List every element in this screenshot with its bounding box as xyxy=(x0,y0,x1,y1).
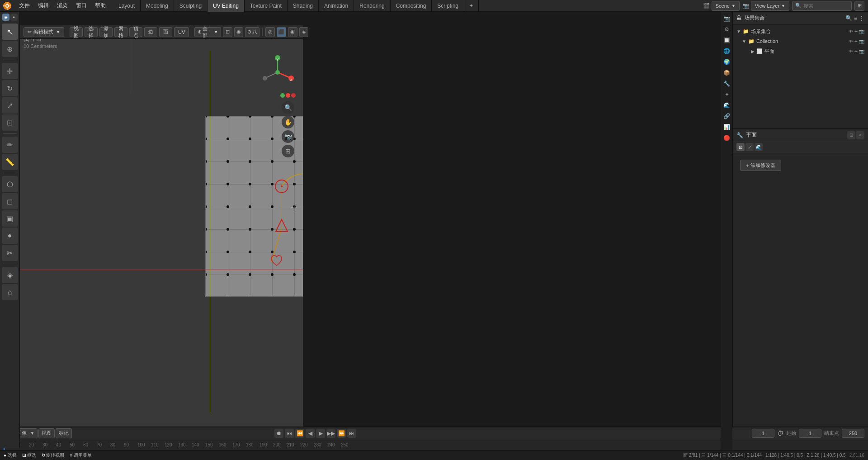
prop-scene-tab[interactable]: 🌐 xyxy=(722,46,732,56)
edge-menu-btn[interactable]: 边 xyxy=(144,27,157,37)
outliner-dots-icon[interactable]: ⋮ xyxy=(859,15,864,21)
top-search-input[interactable] xyxy=(803,3,849,9)
top-filter-btn[interactable]: ⊞ xyxy=(854,1,864,11)
pan-btn[interactable]: ✋ xyxy=(282,116,294,128)
step-back-btn[interactable]: ◀ xyxy=(306,429,315,438)
tab-animation[interactable]: Animation xyxy=(319,0,354,12)
menu-edit[interactable]: 编辑 xyxy=(34,0,52,11)
coll-select-icon[interactable]: ☀ xyxy=(854,39,858,44)
zoom-in-btn[interactable]: 🔍 xyxy=(282,101,294,114)
prop-modifier-tab[interactable]: 🔧 xyxy=(722,79,732,89)
step-forward-btn[interactable]: ▶▶ xyxy=(326,429,335,438)
restrict-select-icon[interactable]: ☀ xyxy=(854,29,858,34)
restrict-viewport-icon[interactable]: 👁 xyxy=(849,29,853,34)
prop-world-tab[interactable]: 🌍 xyxy=(722,57,732,67)
wireframe-btn[interactable]: ◎ xyxy=(265,27,275,37)
plane-viewport-icon[interactable]: 👁 xyxy=(849,49,853,54)
select-tool-btn[interactable]: ↖ xyxy=(2,24,18,40)
prop-header-icon-1[interactable]: ⊡ xyxy=(847,131,855,139)
tab-scripting[interactable]: Scripting xyxy=(432,0,464,12)
outliner-filter-icon[interactable]: ≡ xyxy=(854,15,857,21)
main-viewport[interactable]: 正交顶视图 (1) 平面 10 Centimeters xyxy=(20,25,303,436)
start-frame-input[interactable] xyxy=(799,429,821,438)
outliner-search-icon[interactable]: 🔍 xyxy=(845,15,852,21)
face-menu-btn[interactable]: 面 xyxy=(159,27,172,37)
proportional-falloff-btn[interactable]: ⊙ 八 xyxy=(245,27,259,37)
menu-help[interactable]: 帮助 xyxy=(91,0,109,11)
plane-select-icon[interactable]: ☀ xyxy=(854,49,858,54)
outliner-row-plane[interactable]: ▶ ⬜ 平面 👁 ☀ 📷 xyxy=(735,46,866,56)
record-btn[interactable]: ⏺ xyxy=(274,429,283,438)
coll-viewport-icon[interactable]: 👁 xyxy=(849,39,853,44)
timeline-marker-selector[interactable]: 标记 xyxy=(56,428,72,438)
tab-modeling[interactable]: Modeling xyxy=(141,0,174,12)
mode-object-btn[interactable]: ◉ xyxy=(2,14,9,21)
jump-start-btn[interactable]: ⏮ xyxy=(285,429,294,438)
grid-btn[interactable]: ⊞ xyxy=(282,145,294,157)
timeline-ruler[interactable]: 1 10 20 30 40 50 60 70 80 90 100 110 120… xyxy=(0,439,868,450)
scale-tool-btn[interactable]: ⤢ xyxy=(2,97,18,114)
tab-add-workspace[interactable]: + xyxy=(464,0,479,12)
shear-tool-btn[interactable]: ⌂ xyxy=(2,284,18,300)
smooth-tool-btn[interactable]: ◈ xyxy=(2,267,18,283)
vertex-menu-btn[interactable]: 顶点 xyxy=(129,27,142,37)
coll-render-icon[interactable]: 📷 xyxy=(859,39,864,44)
prop-data-tab[interactable]: 📊 xyxy=(722,122,732,132)
tab-layout[interactable]: Layout xyxy=(113,0,141,12)
inset-tool-btn[interactable]: ◻ xyxy=(2,193,18,209)
cursor-tool-btn[interactable]: ⊕ xyxy=(2,41,18,57)
measure-tool-btn[interactable]: 📏 xyxy=(2,154,18,170)
outliner-row-collection[interactable]: ▼ 📁 Collection 👁 ☀ 📷 xyxy=(735,36,866,46)
plane-render-icon[interactable]: 📷 xyxy=(859,49,864,54)
uv-menu-btn[interactable]: UV xyxy=(174,27,189,37)
extrude-tool-btn[interactable]: ⬡ xyxy=(2,176,18,192)
proportional-toggle-btn[interactable]: ◉ xyxy=(234,27,244,37)
jump-prev-key-btn[interactable]: ⏪ xyxy=(295,429,304,438)
current-frame-input[interactable] xyxy=(752,429,774,438)
prop-physics-tab[interactable]: 🌊 xyxy=(722,100,732,110)
restrict-render-icon[interactable]: 📷 xyxy=(859,29,864,34)
prop-material-tab[interactable]: 🔴 xyxy=(722,133,732,143)
solid-btn[interactable]: ⬛ xyxy=(277,27,286,37)
tab-shading[interactable]: Shading xyxy=(288,0,319,12)
prop-particles-tab[interactable]: ✦ xyxy=(722,90,732,100)
rendered-btn[interactable]: ◈ xyxy=(299,27,309,37)
scene-selector[interactable]: Scene ▼ xyxy=(712,1,740,11)
bevel-tool-btn[interactable]: ▣ xyxy=(2,210,18,227)
mesh-menu-btn[interactable]: 网格 xyxy=(114,27,127,37)
menu-render[interactable]: 渲染 xyxy=(53,0,71,11)
move-tool-btn[interactable]: ✛ xyxy=(2,63,18,79)
blender-logo[interactable] xyxy=(2,0,13,11)
menu-window[interactable]: 窗口 xyxy=(72,0,90,11)
transform-tool-btn[interactable]: ⊡ xyxy=(2,114,18,131)
mod-tab-deform[interactable]: ⤢ xyxy=(745,143,754,151)
jump-end-btn[interactable]: ⏭ xyxy=(347,429,356,438)
knife-tool-btn[interactable]: ✂ xyxy=(2,245,18,261)
camera-btn[interactable]: 📷 xyxy=(282,130,294,143)
loop-cut-btn[interactable]: ● xyxy=(2,228,18,244)
tab-compositing[interactable]: Compositing xyxy=(391,0,432,12)
prop-output-tab[interactable]: ⚙ xyxy=(722,24,732,34)
rotate-tool-btn[interactable]: ↻ xyxy=(2,80,18,96)
add-modifier-button[interactable]: + 添加修改器 xyxy=(740,160,781,171)
jump-next-key-btn[interactable]: ⏩ xyxy=(337,429,346,438)
prop-object-tab[interactable]: 📦 xyxy=(722,68,732,78)
view-layer-selector[interactable]: View Layer ▼ xyxy=(751,1,789,11)
timeline-view-selector[interactable]: 视图 xyxy=(38,428,55,438)
select-menu-btn[interactable]: 选择 xyxy=(85,27,98,37)
prop-constraints-tab[interactable]: 🔗 xyxy=(722,111,732,121)
tab-sculpting[interactable]: Sculpting xyxy=(174,0,208,12)
play-btn[interactable]: ▶ xyxy=(316,429,325,438)
snap-btn[interactable]: ⊡ xyxy=(223,27,232,37)
outliner-row-scene-collection[interactable]: ▼ 📁 场景集合 👁 ☀ 📷 xyxy=(735,26,866,36)
end-frame-input[interactable] xyxy=(842,429,864,438)
mod-tab-generate[interactable]: ⊡ xyxy=(736,143,745,151)
menu-file[interactable]: 文件 xyxy=(15,0,33,11)
tab-rendering[interactable]: Rendering xyxy=(354,0,390,12)
annotate-tool-btn[interactable]: ✏ xyxy=(2,137,18,153)
edit-mode-selector[interactable]: ✏ 编辑模式 ▼ xyxy=(24,27,64,37)
select-all-btn[interactable]: ⊕ 全部 ▼ xyxy=(194,27,221,37)
add-menu-btn[interactable]: 添加 xyxy=(99,27,113,37)
tab-uv-editing[interactable]: UV Editing xyxy=(208,0,245,12)
view-menu-btn[interactable]: 视图 xyxy=(70,27,83,37)
